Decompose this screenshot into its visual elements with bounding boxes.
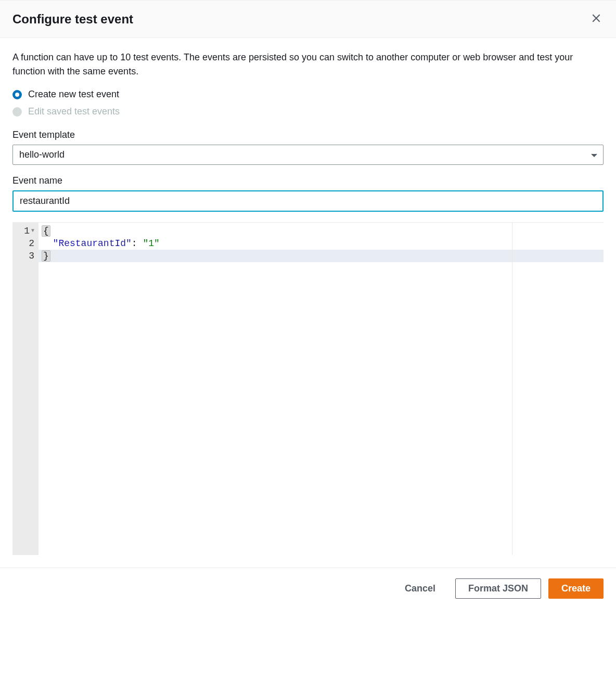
gutter-line-3: 3: [19, 250, 34, 262]
close-icon: [591, 13, 601, 23]
json-code-editor[interactable]: 1▼ 2 3 { "RestaurantId": "1" }: [12, 222, 604, 555]
create-button[interactable]: Create: [548, 578, 604, 599]
event-name-label: Event name: [12, 175, 604, 186]
close-button[interactable]: [589, 11, 604, 27]
event-name-group: Event name: [12, 175, 604, 212]
configure-test-event-modal: Configure test event A function can have…: [0, 0, 616, 609]
event-template-label: Event template: [12, 130, 604, 140]
event-template-value: hello-world: [12, 145, 604, 165]
print-margin: [512, 223, 512, 555]
radio-selected-icon: [12, 90, 22, 99]
editor-content[interactable]: { "RestaurantId": "1" }: [38, 223, 604, 555]
event-mode-radio-group: Create new test event Edit saved test ev…: [12, 89, 604, 117]
event-name-input[interactable]: [12, 190, 604, 212]
code-line-1: {: [38, 225, 604, 237]
event-template-select[interactable]: hello-world: [12, 145, 604, 165]
event-template-group: Event template hello-world: [12, 130, 604, 165]
modal-description: A function can have up to 10 test events…: [12, 50, 604, 79]
radio-create-label: Create new test event: [28, 89, 119, 100]
editor-gutter: 1▼ 2 3: [12, 223, 38, 555]
radio-edit-saved-events: Edit saved test events: [12, 106, 604, 117]
radio-edit-label: Edit saved test events: [28, 106, 120, 117]
format-json-button[interactable]: Format JSON: [455, 578, 541, 599]
modal-footer: Cancel Format JSON Create: [0, 568, 616, 609]
modal-header: Configure test event: [0, 0, 616, 38]
modal-title: Configure test event: [12, 12, 133, 27]
gutter-line-1: 1▼: [19, 225, 34, 237]
modal-body: A function can have up to 10 test events…: [0, 38, 616, 568]
fold-icon[interactable]: ▼: [31, 225, 34, 237]
radio-disabled-icon: [12, 107, 22, 117]
code-line-3: }: [38, 250, 604, 262]
code-line-2: "RestaurantId": "1": [38, 237, 604, 250]
gutter-line-2: 2: [19, 237, 34, 250]
radio-create-new-event[interactable]: Create new test event: [12, 89, 604, 100]
cancel-button[interactable]: Cancel: [392, 579, 448, 598]
